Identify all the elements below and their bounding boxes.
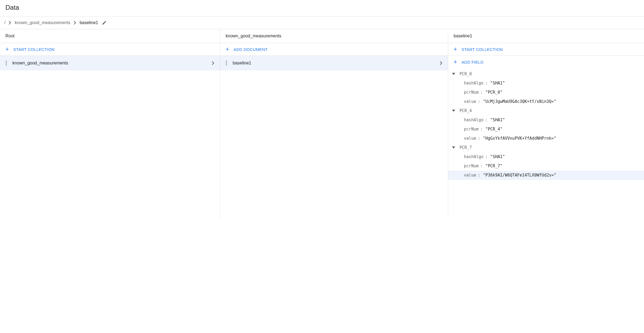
field-key: hashAlgo	[464, 81, 483, 86]
field-value: "UcMj3gwMaU9GAc3QK+tY/xNin3Q="	[483, 99, 556, 104]
chevron-right-icon	[212, 61, 214, 65]
page-title: Data	[0, 0, 644, 16]
panels: Root + START COLLECTION known_good_measu…	[0, 29, 644, 218]
field-colon: :	[485, 81, 487, 86]
action-label: ADD DOCUMENT	[233, 47, 268, 52]
pencil-icon[interactable]	[102, 20, 107, 25]
action-label: START COLLECTION	[13, 47, 54, 52]
field-header[interactable]: PCR_0	[448, 69, 644, 79]
field-colon: :	[478, 99, 480, 104]
add-field-button[interactable]: + ADD FIELD	[448, 56, 644, 68]
svg-point-5	[226, 64, 227, 66]
start-collection-button[interactable]: + START COLLECTION	[448, 43, 644, 56]
chevron-right-icon	[440, 61, 443, 65]
list-item-label: known_good_measurements	[12, 61, 206, 66]
kebab-icon[interactable]	[226, 61, 227, 66]
field-row[interactable]: hashAlgo:"SHA1"	[448, 152, 644, 161]
panel-root-title: Root	[0, 29, 220, 43]
svg-point-0	[6, 61, 7, 62]
field-row[interactable]: value:"HgGxYkfAVVnuPVK+YfAddNHPrnk="	[448, 134, 644, 143]
chevron-right-icon	[74, 21, 76, 25]
field-key: pcrNum	[464, 164, 479, 168]
kebab-icon[interactable]	[5, 61, 7, 66]
field-group: PCR_4hashAlgo:"SHA1"pcrNum:"PCR_4"value:…	[448, 106, 644, 143]
field-row[interactable]: pcrNum:"PCR_7"	[448, 161, 644, 171]
field-value: "HgGxYkfAVVnuPVK+YfAddNHPrnk="	[483, 136, 556, 141]
breadcrumb-document[interactable]: baseline1	[80, 20, 98, 25]
field-value: "SHA1"	[490, 117, 505, 122]
panel-collection-title: known_good_measurements	[220, 29, 448, 43]
plus-icon: +	[454, 59, 457, 65]
root-list: known_good_measurements	[0, 56, 220, 70]
add-document-button[interactable]: + ADD DOCUMENT	[220, 43, 448, 56]
expand-triangle-icon	[452, 110, 457, 112]
field-key: hashAlgo	[464, 154, 483, 159]
list-item[interactable]: known_good_measurements	[0, 56, 220, 70]
svg-point-1	[6, 63, 7, 64]
field-group: PCR_0hashAlgo:"SHA1"pcrNum:"PCR_0"value:…	[448, 69, 644, 106]
field-value: "SHA1"	[490, 154, 505, 159]
field-name: PCR_0	[460, 71, 472, 76]
field-value: "SHA1"	[490, 81, 505, 86]
field-colon: :	[480, 164, 483, 168]
field-row[interactable]: hashAlgo:"SHA1"	[448, 115, 644, 125]
chevron-right-icon	[9, 21, 11, 25]
field-row[interactable]: pcrNum:"PCR_0"	[448, 88, 644, 97]
field-key: value	[464, 99, 476, 104]
field-key: pcrNum	[464, 90, 479, 95]
field-row[interactable]: value:"UcMj3gwMaU9GAc3QK+tY/xNin3Q="	[448, 97, 644, 106]
field-group: PCR_7hashAlgo:"SHA1"pcrNum:"PCR_7"value:…	[448, 143, 644, 180]
plus-icon: +	[5, 46, 9, 52]
field-colon: :	[480, 127, 483, 132]
panel-root: Root + START COLLECTION known_good_measu…	[0, 29, 220, 218]
panel-document: baseline1 + START COLLECTION + ADD FIELD…	[448, 29, 644, 218]
expand-triangle-icon	[452, 146, 457, 149]
field-name: PCR_4	[460, 108, 472, 113]
svg-point-2	[6, 64, 7, 66]
collection-list: baseline1	[220, 56, 448, 70]
breadcrumb: / known_good_measurements baseline1	[0, 17, 644, 29]
panel-collection: known_good_measurements + ADD DOCUMENT b…	[220, 29, 448, 218]
field-value: "PCR_7"	[485, 164, 502, 168]
field-key: value	[464, 173, 476, 178]
action-label: START COLLECTION	[461, 47, 503, 52]
field-key: value	[464, 136, 476, 141]
field-key: pcrNum	[464, 127, 479, 132]
action-label: ADD FIELD	[461, 60, 483, 64]
field-value: "PCR_4"	[485, 127, 502, 132]
field-row[interactable]: hashAlgo:"SHA1"	[448, 79, 644, 88]
panel-document-title: baseline1	[448, 29, 644, 43]
field-header[interactable]: PCR_7	[448, 143, 644, 152]
breadcrumb-root[interactable]: /	[4, 20, 5, 25]
field-key: hashAlgo	[464, 117, 483, 122]
field-header[interactable]: PCR_4	[448, 106, 644, 115]
breadcrumb-collection[interactable]: known_good_measurements	[15, 20, 70, 25]
field-colon: :	[480, 90, 483, 95]
list-item[interactable]: baseline1	[220, 56, 448, 70]
start-collection-button[interactable]: + START COLLECTION	[0, 43, 220, 56]
field-colon: :	[485, 117, 487, 122]
field-name: PCR_7	[460, 145, 472, 150]
plus-icon: +	[454, 46, 457, 52]
svg-point-3	[226, 61, 227, 62]
list-item-label: baseline1	[233, 61, 434, 66]
field-value: "P36k9AI/W6QTAFe14TLX0WfUd2s="	[483, 173, 556, 178]
field-colon: :	[478, 173, 480, 178]
field-row[interactable]: value:"P36k9AI/W6QTAFe14TLX0WfUd2s="	[448, 171, 644, 180]
expand-triangle-icon	[452, 73, 457, 75]
field-colon: :	[485, 154, 487, 159]
document-fields: PCR_0hashAlgo:"SHA1"pcrNum:"PCR_0"value:…	[448, 68, 644, 185]
field-value: "PCR_0"	[485, 90, 502, 95]
svg-point-4	[226, 63, 227, 64]
plus-icon: +	[226, 46, 229, 52]
field-row[interactable]: pcrNum:"PCR_4"	[448, 125, 644, 134]
field-colon: :	[478, 136, 480, 141]
